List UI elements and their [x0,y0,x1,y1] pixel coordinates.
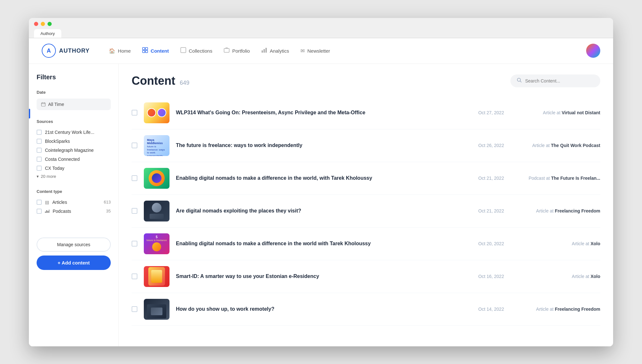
row-thumbnail-5: 5 future is freelance [144,233,169,254]
content-type-checkbox-podcasts[interactable] [37,209,42,214]
source-checkbox-3[interactable] [37,157,42,162]
source-checkbox-4[interactable] [37,166,42,171]
row-checkbox-4[interactable] [132,208,137,214]
analytics-icon [261,47,267,54]
source-item-1[interactable]: BlockSparks [37,137,111,146]
row-title-7: How do you show up, to work remotely? [176,306,472,313]
home-icon: 🏠 [109,48,115,54]
date-filter-button[interactable]: All Time [37,99,111,110]
svg-rect-13 [49,210,49,213]
maximize-dot[interactable] [48,22,52,26]
row-checkbox-7[interactable] [132,306,137,312]
portfolio-icon [224,47,230,54]
source-label-1: BlockSparks [45,139,70,144]
row-source-4: Article at Freelancing Freedom [520,208,600,213]
row-checkbox-1[interactable] [132,110,137,116]
row-title-6: Smart-ID: A smarter way to use your Esto… [176,273,472,280]
row-checkbox-6[interactable] [132,273,137,279]
logo[interactable]: A AUTHORY [42,44,90,58]
logo-icon: A [42,44,56,58]
content-list: WLP314 What's Going On: Presenteeism, As… [132,97,600,326]
row-checkbox-5[interactable] [132,241,137,247]
manage-sources-button[interactable]: Manage sources [37,238,111,252]
close-dot[interactable] [34,22,38,26]
page-title: Content [132,74,175,88]
search-input[interactable] [525,78,594,83]
source-checkbox-2[interactable] [37,148,42,153]
row-thumbnail-2: Maya Middlemiss future is freelance: way… [144,135,169,156]
row-thumbnail-4 [144,201,169,221]
row-title-5: Enabling digital nomads to make a differ… [176,240,472,247]
nav-label-newsletter: Newsletter [307,48,330,54]
nav-item-newsletter[interactable]: ✉ Newsletter [300,46,330,56]
nav-label-content: Content [151,48,169,54]
nav-item-collections[interactable]: Collections [180,46,212,56]
minimize-dot[interactable] [41,22,45,26]
browser-tab[interactable]: Authory [34,29,61,38]
user-avatar[interactable] [586,44,600,58]
date-filter-section: Date All Time [37,90,111,110]
row-date-1: Oct 27, 2022 [478,110,514,115]
nav-item-analytics[interactable]: Analytics [261,46,289,56]
content-icon [142,47,148,54]
source-label-2: Cointelegraph Magazine [45,148,94,153]
chevron-down-icon: ▾ [37,174,39,179]
row-info-3: Enabling digital nomads to make a differ… [176,175,472,182]
row-date-3: Oct 21, 2022 [478,176,514,181]
search-box[interactable] [510,74,600,87]
navbar: A AUTHORY 🏠 Home Content [29,38,613,64]
table-row: Maya Middlemiss future is freelance: way… [132,129,600,162]
source-item-2[interactable]: Cointelegraph Magazine [37,146,111,155]
row-thumbnail-7 [144,299,169,320]
table-row: WLP314 What's Going On: Presenteeism, As… [132,97,600,129]
content-type-checkbox-articles[interactable] [37,200,42,205]
date-filter-label: Date [37,90,111,95]
row-date-6: Oct 16, 2022 [478,274,514,279]
svg-rect-3 [145,50,148,53]
source-item-4[interactable]: CX Today [37,164,111,173]
table-row: Enabling digital nomads to make a differ… [132,162,600,195]
source-item-0[interactable]: 21st Century Work Life... [37,128,111,137]
row-title-2: The future is freelance: ways to work in… [176,142,472,149]
content-type-podcasts[interactable]: Podcasts 35 [37,207,111,216]
calendar-icon [41,102,46,107]
collections-icon [180,47,186,54]
nav-label-collections: Collections [189,48,212,54]
nav-label-home: Home [118,48,131,54]
source-checkbox-0[interactable] [37,130,42,135]
row-date-4: Oct 21, 2022 [478,208,514,213]
nav-items: 🏠 Home Content Collections [109,46,586,56]
nav-item-home[interactable]: 🏠 Home [109,46,131,56]
source-name-1: Virtual not Distant [562,110,600,115]
row-title-3: Enabling digital nomads to make a differ… [176,175,472,182]
source-item-3[interactable]: Costa Connected [37,155,111,164]
sources-filter-label: Sources [37,119,111,124]
sources-filter-section: Sources 21st Century Work Life... BlockS… [37,119,111,180]
articles-icon: ▤ [45,200,49,205]
add-content-button[interactable]: + Add content [37,256,111,270]
svg-rect-1 [145,48,148,50]
svg-rect-6 [262,50,263,53]
podcasts-icon [45,209,49,214]
nav-item-content[interactable]: Content [142,46,169,56]
show-more-sources[interactable]: ▾ 20 more [37,173,111,180]
svg-rect-2 [143,50,145,53]
row-thumbnail-6 [144,266,169,287]
row-checkbox-3[interactable] [132,175,137,181]
source-name-6: Xolo [591,274,600,279]
row-source-2: Article at The Quit Work Podcast [520,143,600,148]
row-info-7: How do you show up, to work remotely? [176,306,472,313]
row-info-2: The future is freelance: ways to work in… [176,142,472,149]
row-source-1: Article at Virtual not Distant [520,110,600,115]
row-checkbox-2[interactable] [132,143,137,148]
source-checkbox-1[interactable] [37,139,42,144]
row-thumbnail-1 [144,102,169,123]
logo-text: AUTHORY [59,48,90,54]
svg-rect-12 [48,211,48,213]
content-type-articles[interactable]: ▤ Articles 613 [37,198,111,207]
nav-item-portfolio[interactable]: Portfolio [224,46,250,56]
row-date-2: Oct 26, 2022 [478,143,514,148]
source-name-5: Xolo [591,241,600,246]
svg-rect-11 [46,210,47,213]
svg-rect-10 [45,212,46,213]
